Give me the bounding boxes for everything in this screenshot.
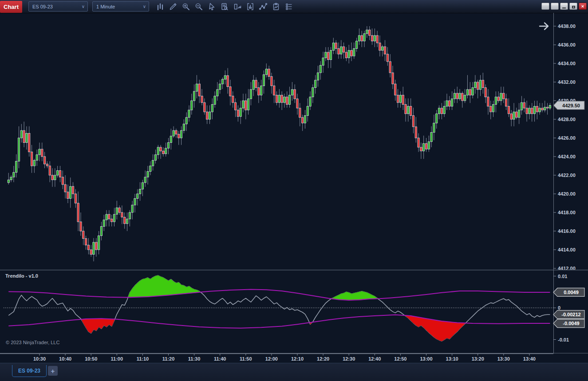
copyright-text: © 2023 NinjaTrader, LLC xyxy=(6,340,59,345)
svg-text:13:20: 13:20 xyxy=(472,356,484,361)
data-box-icon[interactable] xyxy=(218,0,231,13)
indicator-name-label: Trendilo - v1.0 xyxy=(5,273,38,279)
svg-text:0: 0 xyxy=(558,305,560,310)
svg-text:11:40: 11:40 xyxy=(214,356,226,361)
svg-text:4418.00: 4418.00 xyxy=(558,210,576,215)
line-tool-icon[interactable] xyxy=(257,0,269,13)
svg-text:4438.00: 4438.00 xyxy=(558,24,576,29)
zoom-in-icon[interactable] xyxy=(179,0,192,13)
chart-window: Chart ES 09-23 ∨ 1 Minute ∨ × 4438.00443… xyxy=(0,0,588,381)
properties-icon[interactable] xyxy=(282,0,295,13)
chart-menu-button[interactable]: Chart xyxy=(0,1,22,13)
svg-text:13:00: 13:00 xyxy=(420,356,432,361)
window-controls: × xyxy=(540,3,587,10)
svg-text:4434.00: 4434.00 xyxy=(558,61,576,66)
svg-text:10:50: 10:50 xyxy=(85,356,97,361)
restore-button[interactable] xyxy=(569,3,577,10)
svg-text:13:10: 13:10 xyxy=(446,356,458,361)
price-axis: 4438.004436.004434.004432.004430.004428.… xyxy=(553,24,576,270)
svg-text:4412.00: 4412.00 xyxy=(558,266,576,270)
svg-text:11:10: 11:10 xyxy=(137,356,149,361)
zoom-out-icon xyxy=(194,2,203,11)
indicators-icon xyxy=(246,2,255,11)
last-price-marker: 4429.50 xyxy=(553,101,584,110)
chevron-down-icon: ∨ xyxy=(82,4,85,9)
candles-layer xyxy=(8,26,551,261)
time-axis[interactable]: 10:3010:4010:5011:0011:1011:2011:3011:40… xyxy=(0,354,588,363)
go-to-end-arrow-icon[interactable] xyxy=(540,23,548,30)
svg-text:12:40: 12:40 xyxy=(368,356,381,361)
positive-trend-fill xyxy=(128,275,199,297)
zoom-out-icon[interactable] xyxy=(192,0,205,13)
svg-text:4414.00: 4414.00 xyxy=(558,247,576,252)
chart-style-icon xyxy=(156,2,165,11)
negative-trend-fill xyxy=(406,315,465,341)
lower-band-marker: -0.0049 xyxy=(553,319,584,328)
svg-text:12:10: 12:10 xyxy=(291,356,304,361)
instrument-value: ES 09-23 xyxy=(32,4,53,9)
add-tab-button[interactable]: + xyxy=(48,366,58,376)
instrument-dropdown[interactable]: ES 09-23 ∨ xyxy=(28,1,88,12)
svg-text:4426.00: 4426.00 xyxy=(558,135,576,141)
trendilo-indicator-panel[interactable]: 0.010-0.010.0049-0.00212-0.0049 xyxy=(0,270,588,354)
svg-text:0.0049: 0.0049 xyxy=(564,290,579,295)
window-button-extra-1[interactable] xyxy=(541,3,549,10)
svg-text:12:20: 12:20 xyxy=(317,356,329,361)
indicators-icon[interactable] xyxy=(244,0,257,13)
svg-text:4424.00: 4424.00 xyxy=(558,154,576,159)
svg-text:12:50: 12:50 xyxy=(394,356,406,361)
drawing-tools-icon xyxy=(169,2,178,11)
indicator-axis: 0.010-0.01 xyxy=(553,274,569,342)
minimize-icon xyxy=(562,8,566,8)
title-bar: Chart ES 09-23 ∨ 1 Minute ∨ × xyxy=(0,0,588,13)
chart-trader-icon xyxy=(233,2,242,11)
svg-text:11:00: 11:00 xyxy=(111,356,123,361)
svg-text:12:00: 12:00 xyxy=(265,356,278,361)
strategies-icon xyxy=(272,2,280,11)
toolbar xyxy=(154,0,295,13)
negative-trend-fill xyxy=(82,318,114,333)
drawing-tools-icon[interactable] xyxy=(166,0,179,13)
interval-value: 1 Minute xyxy=(96,4,115,9)
svg-text:13:30: 13:30 xyxy=(497,356,510,361)
chart-trader-icon[interactable] xyxy=(231,0,244,13)
tab-bar: ES 09-23 + xyxy=(0,363,588,381)
svg-text:-0.01: -0.01 xyxy=(558,337,569,342)
svg-text:4420.00: 4420.00 xyxy=(558,191,576,196)
price-chart-panel[interactable]: 4438.004436.004434.004432.004430.004428.… xyxy=(0,13,588,270)
svg-text:11:30: 11:30 xyxy=(188,356,201,361)
cursor-icon xyxy=(207,2,216,11)
svg-text:12:30: 12:30 xyxy=(343,356,355,361)
close-button[interactable]: × xyxy=(579,3,587,10)
svg-text:-0.00212: -0.00212 xyxy=(561,312,580,317)
svg-text:13:40: 13:40 xyxy=(523,356,536,361)
svg-text:4436.00: 4436.00 xyxy=(558,42,576,47)
chevron-down-icon: ∨ xyxy=(143,4,146,9)
data-box-icon xyxy=(220,2,229,11)
strategies-icon[interactable] xyxy=(269,0,282,13)
svg-text:4416.00: 4416.00 xyxy=(558,228,576,234)
upper-band-line xyxy=(8,290,550,300)
svg-text:4432.00: 4432.00 xyxy=(558,79,576,85)
properties-icon xyxy=(284,2,293,11)
upper-band-marker: 0.0049 xyxy=(553,288,584,296)
svg-text:0.01: 0.01 xyxy=(558,274,567,279)
svg-text:-0.0049: -0.0049 xyxy=(563,321,579,326)
tab-es-09-23[interactable]: ES 09-23 xyxy=(12,365,47,377)
minimize-button[interactable] xyxy=(560,3,568,10)
oscillator-value-marker: -0.00212 xyxy=(553,310,584,319)
svg-text:10:30: 10:30 xyxy=(33,356,46,361)
chart-style-icon[interactable] xyxy=(154,0,166,13)
cursor-icon[interactable] xyxy=(205,0,218,13)
window-button-extra-2[interactable] xyxy=(551,3,559,10)
svg-text:10:40: 10:40 xyxy=(59,356,71,361)
zoom-in-icon xyxy=(182,2,190,11)
svg-text:11:50: 11:50 xyxy=(240,356,252,361)
svg-text:4428.00: 4428.00 xyxy=(558,117,576,122)
svg-text:4422.00: 4422.00 xyxy=(558,173,576,178)
svg-text:4429.50: 4429.50 xyxy=(562,103,580,108)
interval-dropdown[interactable]: 1 Minute ∨ xyxy=(92,1,149,12)
restore-icon xyxy=(572,6,575,8)
line-tool-icon xyxy=(259,2,268,11)
svg-text:11:20: 11:20 xyxy=(162,356,175,361)
